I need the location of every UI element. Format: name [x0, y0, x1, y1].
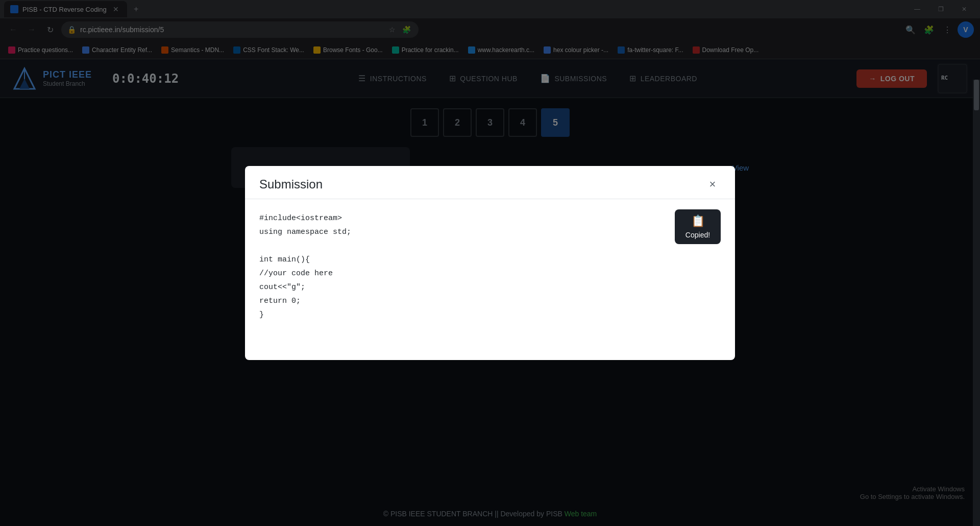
copy-label: Copied! — [685, 231, 710, 239]
modal-body: #include<iostream> using namespace std; … — [245, 199, 735, 342]
copy-button[interactable]: 📋 Copied! — [675, 209, 721, 244]
code-content: #include<iostream> using namespace std; … — [259, 211, 721, 322]
modal-close-button[interactable]: × — [704, 176, 721, 193]
modal-title: Submission — [259, 177, 323, 192]
copy-icon: 📋 — [691, 214, 705, 228]
modal-overlay[interactable]: Submission × #include<iostream> using na… — [0, 0, 980, 526]
modal-header: Submission × — [245, 166, 735, 199]
submission-modal: Submission × #include<iostream> using na… — [245, 166, 735, 360]
